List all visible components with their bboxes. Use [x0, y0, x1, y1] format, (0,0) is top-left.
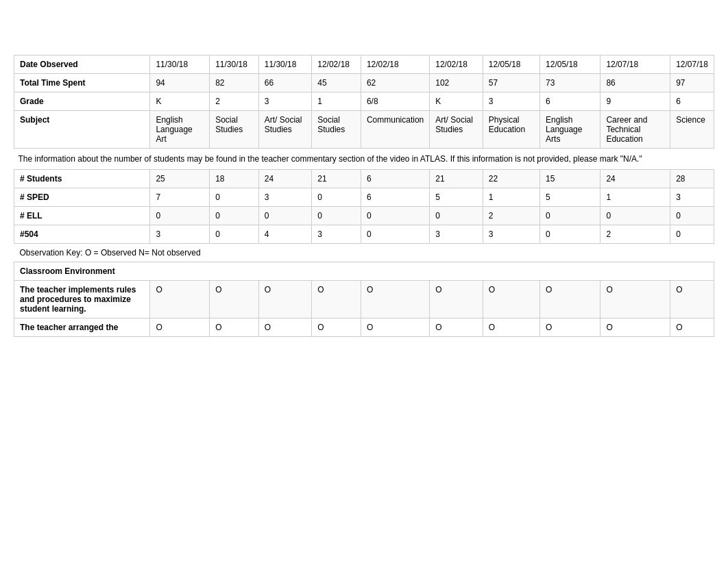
504-col-5: 3: [430, 225, 483, 244]
date-col-4: 12/02/18: [361, 55, 429, 74]
env2-col-5: O: [430, 318, 483, 337]
env2-col-2: O: [258, 318, 312, 337]
ell-col-4: 0: [361, 207, 429, 225]
ell-col-7: 0: [540, 207, 600, 225]
subject-col-9: Science: [670, 111, 714, 149]
students-col-8: 24: [600, 170, 670, 188]
504-col-0: 3: [150, 225, 210, 244]
time-col-3: 45: [312, 74, 361, 92]
504-col-8: 2: [600, 225, 670, 244]
sped-col-2: 3: [258, 188, 312, 207]
env2-col-0: O: [150, 318, 210, 337]
classroom-env-header: Classroom Environment: [14, 262, 714, 281]
sped-col-8: 1: [600, 188, 670, 207]
504-col-7: 0: [540, 225, 600, 244]
sped-col-3: 0: [312, 188, 361, 207]
grade-col-2: 3: [258, 92, 312, 111]
env2-col-6: O: [483, 318, 539, 337]
classroom-env-row-1: The teacher implements rules and procedu…: [14, 281, 714, 318]
grade-row: Grade K 2 3 1 6/8 K 3 6 9 6: [14, 92, 714, 111]
504-col-1: 0: [210, 225, 259, 244]
time-col-0: 94: [150, 74, 210, 92]
sped-col-9: 3: [670, 188, 714, 207]
env2-col-8: O: [600, 318, 670, 337]
info-text: The information about the number of stud…: [14, 149, 714, 170]
504-col-4: 0: [361, 225, 429, 244]
sped-col-6: 1: [483, 188, 539, 207]
sped-col-0: 7: [150, 188, 210, 207]
time-col-5: 102: [430, 74, 483, 92]
env1-col-0: O: [150, 281, 210, 318]
grade-col-0: K: [150, 92, 210, 111]
students-col-9: 28: [670, 170, 714, 188]
students-label: # Students: [14, 170, 150, 188]
date-col-6: 12/05/18: [483, 55, 539, 74]
students-col-4: 6: [361, 170, 429, 188]
grade-label: Grade: [14, 92, 150, 111]
grade-col-6: 3: [483, 92, 539, 111]
info-row: The information about the number of stud…: [14, 149, 714, 170]
date-col-3: 12/02/18: [312, 55, 361, 74]
sped-col-7: 5: [540, 188, 600, 207]
students-col-1: 18: [210, 170, 259, 188]
classroom-env-row-2: The teacher arranged the O O O O O O O O…: [14, 318, 714, 337]
subject-col-3: Social Studies: [312, 111, 361, 149]
time-col-1: 82: [210, 74, 259, 92]
classroom-env-header-row: Classroom Environment: [14, 262, 714, 281]
env1-col-9: O: [670, 281, 714, 318]
ell-col-8: 0: [600, 207, 670, 225]
env1-col-1: O: [210, 281, 259, 318]
env1-col-8: O: [600, 281, 670, 318]
students-col-2: 24: [258, 170, 312, 188]
subject-row: Subject English Language Art Social Stud…: [14, 111, 714, 149]
classroom-env-label-1: The teacher implements rules and procedu…: [14, 281, 150, 318]
ell-col-3: 0: [312, 207, 361, 225]
sped-col-5: 5: [430, 188, 483, 207]
time-col-9: 97: [670, 74, 714, 92]
students-col-5: 21: [430, 170, 483, 188]
ell-label: # ELL: [14, 207, 150, 225]
students-row: # Students 25 18 24 21 6 21 22 15 24 28: [14, 170, 714, 188]
sped-label: # SPED: [14, 188, 150, 207]
504-col-2: 4: [258, 225, 312, 244]
date-observed-label: Date Observed: [14, 55, 150, 74]
504-col-3: 3: [312, 225, 361, 244]
sped-col-1: 0: [210, 188, 259, 207]
obs-key-text: Observation Key: O = Observed N= Not obs…: [14, 244, 714, 262]
ell-col-0: 0: [150, 207, 210, 225]
subject-col-6: Physical Education: [483, 111, 539, 149]
date-col-1: 11/30/18: [210, 55, 259, 74]
date-col-0: 11/30/18: [150, 55, 210, 74]
grade-col-3: 1: [312, 92, 361, 111]
time-col-2: 66: [258, 74, 312, 92]
grade-col-9: 6: [670, 92, 714, 111]
grade-col-1: 2: [210, 92, 259, 111]
time-col-4: 62: [361, 74, 429, 92]
students-col-6: 22: [483, 170, 539, 188]
env1-col-6: O: [483, 281, 539, 318]
date-col-5: 12/02/18: [430, 55, 483, 74]
subject-col-2: Art/ Social Studies: [258, 111, 312, 149]
students-col-3: 21: [312, 170, 361, 188]
grade-col-7: 6: [540, 92, 600, 111]
ell-col-9: 0: [670, 207, 714, 225]
504-row: #504 3 0 4 3 0 3 3 0 2 0: [14, 225, 714, 244]
env1-col-2: O: [258, 281, 312, 318]
504-col-9: 0: [670, 225, 714, 244]
subject-col-8: Career and Technical Education: [600, 111, 670, 149]
total-time-row: Total Time Spent 94 82 66 45 62 102 57 7…: [14, 74, 714, 92]
grade-col-4: 6/8: [361, 92, 429, 111]
subject-col-1: Social Studies: [210, 111, 259, 149]
sped-col-4: 6: [361, 188, 429, 207]
env1-col-4: O: [361, 281, 429, 318]
env1-col-7: O: [540, 281, 600, 318]
date-col-9: 12/07/18: [670, 55, 714, 74]
students-col-7: 15: [540, 170, 600, 188]
env2-col-7: O: [540, 318, 600, 337]
ell-col-5: 0: [430, 207, 483, 225]
504-col-6: 3: [483, 225, 539, 244]
env2-col-1: O: [210, 318, 259, 337]
date-col-8: 12/07/18: [600, 55, 670, 74]
env2-col-9: O: [670, 318, 714, 337]
subject-col-0: English Language Art: [150, 111, 210, 149]
